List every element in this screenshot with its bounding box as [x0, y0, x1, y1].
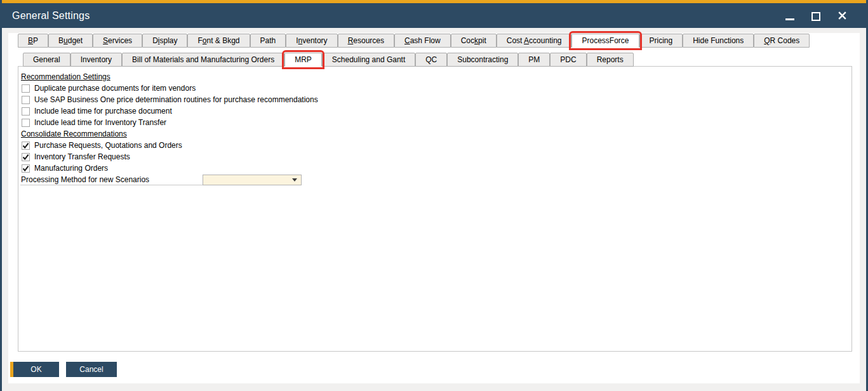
tab-bp[interactable]: BP	[18, 34, 48, 48]
tab-cash-flow[interactable]: Cash Flow	[394, 34, 451, 48]
checkbox-use-sap-business-one-price-determination-routines-for-purchase-recommendations[interactable]	[22, 96, 30, 104]
tab-bill-of-materials-and-manufacturing-orders[interactable]: Bill of Materials and Manufacturing Orde…	[122, 53, 284, 67]
tab-label: Inventory	[296, 36, 327, 45]
tab-label: Pricing	[650, 36, 673, 45]
ok-button[interactable]: OK	[10, 362, 59, 377]
checkbox-row: Inventory Transfer Requests	[20, 151, 851, 162]
checkbox-row: Include lead time for Inventory Transfer	[20, 117, 851, 128]
checkbox-label: Include lead time for Inventory Transfer	[34, 118, 166, 127]
checkbox-label: Purchase Requests, Quotations and Orders	[34, 141, 182, 150]
settings-form: BPBudgetServicesDisplayFont & BkgdPathIn…	[8, 33, 860, 383]
tab-label: Cost Accounting	[507, 36, 562, 45]
checkbox-row: Use SAP Business One price determination…	[20, 94, 851, 105]
tab-resources[interactable]: Resources	[338, 34, 394, 48]
tab-label: Display	[152, 36, 177, 45]
tab-label: PDC	[560, 55, 576, 64]
tab-label: General	[33, 55, 60, 64]
tab-label: Cash Flow	[404, 36, 441, 45]
tabstrip-level1: BPBudgetServicesDisplayFont & BkgdPathIn…	[8, 33, 860, 48]
tab-processforce[interactable]: ProcessForce	[571, 34, 639, 48]
tab-label: Inventory	[81, 55, 112, 64]
tab-label: Scheduling and Gantt	[332, 55, 405, 64]
checkbox-duplicate-purchase-documents-for-item-vendors[interactable]	[22, 84, 30, 93]
checkbox-label: Inventory Transfer Requests	[34, 152, 130, 161]
tab-scheduling-and-gantt[interactable]: Scheduling and Gantt	[322, 53, 415, 67]
tab-label: Hide Functions	[693, 36, 744, 45]
tab-pdc[interactable]: PDC	[550, 53, 586, 67]
tab-qc[interactable]: QC	[415, 53, 447, 67]
tab-label: QC	[425, 55, 437, 64]
tab-subcontracting[interactable]: Subcontracting	[447, 53, 518, 67]
tab-pricing[interactable]: Pricing	[639, 34, 683, 48]
tab-label: Font & Bkgd	[197, 36, 239, 45]
tab-label: QR Codes	[764, 36, 799, 45]
maximize-icon	[811, 12, 820, 21]
tab-font-bkgd[interactable]: Font & Bkgd	[187, 34, 250, 48]
chevron-down-icon	[292, 178, 297, 182]
checkbox-purchase-requests-quotations-and-orders[interactable]	[22, 142, 30, 150]
footer-buttons: OK Cancel	[10, 362, 117, 377]
tab-qr-codes[interactable]: QR Codes	[754, 34, 810, 48]
tab-label: Budget	[58, 36, 83, 45]
processing-method-row: Processing Method for new Scenarios	[20, 174, 851, 185]
tab-mrp[interactable]: MRP	[284, 53, 322, 67]
section-heading-consolidate-recommendations: Consolidate Recommendations	[20, 128, 851, 140]
maximize-button[interactable]	[811, 11, 821, 21]
checkbox-manufacturing-orders[interactable]	[22, 164, 30, 173]
cancel-button[interactable]: Cancel	[66, 362, 117, 377]
window-controls	[785, 11, 856, 21]
tab-inventory[interactable]: Inventory	[70, 53, 122, 67]
tab-display[interactable]: Display	[142, 34, 187, 48]
close-icon	[838, 11, 847, 20]
checkbox-label: Include lead time for purchase document	[34, 107, 172, 116]
tab-general[interactable]: General	[23, 53, 70, 67]
mrp-settings-pane: Recommendation SettingsDuplicate purchas…	[18, 66, 852, 352]
checkbox-inventory-transfer-requests[interactable]	[22, 153, 30, 161]
window-title: General Settings	[12, 10, 90, 22]
checkbox-row: Purchase Requests, Quotations and Orders	[20, 140, 851, 151]
checkbox-include-lead-time-for-purchase-document[interactable]	[22, 107, 30, 116]
tab-label: Path	[260, 36, 276, 45]
tab-label: BP	[28, 36, 38, 45]
tab-cockpit[interactable]: Cockpit	[451, 34, 497, 48]
tab-label: Cockpit	[461, 36, 486, 45]
tab-services[interactable]: Services	[93, 34, 142, 48]
tab-inventory[interactable]: Inventory	[286, 34, 337, 48]
general-settings-window: General Settings BPBudgetServicesDisplay…	[0, 0, 868, 391]
tab-budget[interactable]: Budget	[48, 34, 93, 48]
tab-path[interactable]: Path	[250, 34, 286, 48]
tabstrip-level2: GeneralInventoryBill of Materials and Ma…	[18, 53, 852, 67]
section-heading-recommendation-settings: Recommendation Settings	[20, 71, 851, 83]
checkbox-row: Manufacturing Orders	[20, 162, 851, 174]
tab-label: PM	[528, 55, 540, 64]
minimize-button[interactable]	[785, 11, 795, 21]
checkbox-include-lead-time-for-inventory-transfer[interactable]	[22, 119, 30, 127]
tab-label: Bill of Materials and Manufacturing Orde…	[132, 55, 274, 64]
tab-hide-functions[interactable]: Hide Functions	[683, 34, 754, 48]
close-button[interactable]	[837, 11, 847, 21]
checkbox-label: Use SAP Business One price determination…	[34, 95, 318, 104]
checkbox-row: Duplicate purchase documents for item ve…	[20, 83, 851, 94]
tab-reports[interactable]: Reports	[587, 53, 634, 67]
tab-label: MRP	[295, 55, 312, 64]
tab-pm[interactable]: PM	[518, 53, 550, 67]
minimize-icon	[785, 18, 794, 20]
tab-label: Subcontracting	[457, 55, 508, 64]
processing-method-dropdown[interactable]	[203, 175, 302, 185]
checkbox-row: Include lead time for purchase document	[20, 105, 851, 117]
tab-label: ProcessForce	[582, 36, 629, 45]
processforce-notebook: GeneralInventoryBill of Materials and Ma…	[18, 53, 852, 352]
tab-label: Resources	[348, 36, 384, 45]
tab-label: Reports	[597, 55, 624, 64]
titlebar: General Settings	[2, 3, 866, 28]
checkbox-label: Duplicate purchase documents for item ve…	[34, 84, 196, 93]
checkbox-label: Manufacturing Orders	[34, 164, 108, 173]
dropdown-label: Processing Method for new Scenarios	[20, 174, 203, 185]
tab-label: Services	[103, 36, 132, 45]
tab-cost-accounting[interactable]: Cost Accounting	[497, 34, 572, 48]
